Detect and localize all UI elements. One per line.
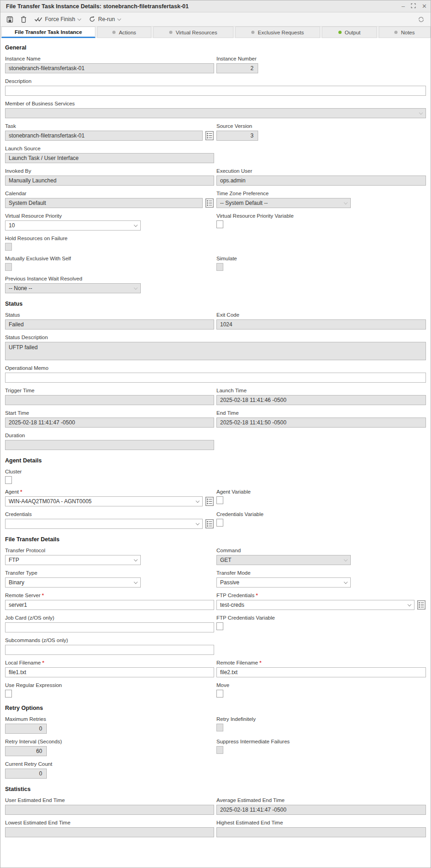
delete-button[interactable] (18, 15, 29, 24)
credentials-variable-checkbox[interactable] (216, 519, 223, 527)
field-label: Credentials Variable (216, 511, 264, 517)
use-regular-expression-checkbox[interactable] (5, 690, 12, 698)
section-file-transfer-details: File Transfer Details (5, 536, 426, 543)
tab-file-transfer-task-instance[interactable]: File Transfer Task Instance (1, 27, 95, 38)
credentials-details-button[interactable] (205, 519, 214, 529)
section-status: Status (5, 301, 426, 307)
field-label: Agent (5, 489, 19, 495)
field-label: Highest Estimated End Time (216, 819, 283, 826)
required-marker: * (20, 489, 22, 495)
agent-variable-checkbox[interactable] (216, 496, 223, 504)
field-label: Agent Variable (216, 489, 251, 495)
tab-exclusive-requests[interactable]: Exclusive Requests (235, 27, 320, 38)
chevron-down-icon (77, 16, 81, 20)
current-retry-count-field: 0 (5, 769, 47, 779)
form-content: General Instance Name stonebranch-filetr… (0, 38, 431, 837)
field-label: Status Description (5, 334, 48, 341)
command-select: GET (216, 555, 351, 565)
hold-resources-on-failure-checkbox (5, 243, 12, 251)
calendar-details-button[interactable] (205, 198, 214, 208)
task-details-button[interactable] (205, 131, 214, 141)
virtual-resource-priority-select[interactable]: 10 (5, 220, 141, 231)
calendar-field: System Default (5, 198, 203, 208)
move-checkbox[interactable] (216, 690, 223, 698)
field-label: End Time (216, 410, 239, 416)
credentials-select[interactable] (5, 519, 203, 529)
launch-time-field: 2025-02-18 11:41:46 -0500 (216, 395, 426, 405)
status-dot-icon (394, 31, 398, 34)
force-finish-button[interactable]: Force Finish (32, 15, 83, 24)
virtual-resource-priority-variable-checkbox[interactable] (216, 220, 223, 228)
tab-virtual-resources[interactable]: Virtual Resources (153, 27, 233, 38)
required-marker: * (42, 659, 44, 666)
details-list-icon (205, 519, 214, 528)
details-list-icon (417, 600, 425, 610)
field-label: Average Estimated End Time (216, 797, 285, 803)
required-marker: * (260, 659, 261, 666)
field-label: Source Version (216, 123, 252, 129)
save-button[interactable] (4, 15, 16, 24)
maximum-retries-field: 0 (5, 724, 47, 734)
local-filename-input[interactable] (5, 667, 214, 677)
execution-user-field: ops.admin (216, 176, 426, 186)
rerun-button[interactable]: Re-run (86, 15, 123, 24)
status-description-field: UFTP failed (5, 342, 426, 360)
tab-output[interactable]: Output (322, 27, 377, 38)
field-label: Duration (5, 432, 25, 439)
field-label: FTP Credentials Variable (216, 615, 275, 621)
field-label: Launch Source (5, 145, 40, 152)
operational-memo-input[interactable] (5, 373, 426, 383)
field-label: Transfer Type (5, 570, 37, 576)
job-card-input[interactable] (5, 622, 214, 632)
mutually-exclusive-with-self-checkbox (5, 263, 12, 271)
agent-details-button[interactable] (205, 496, 214, 506)
field-label: Instance Name (5, 55, 40, 62)
user-estimated-end-time-field (5, 805, 214, 815)
field-label: Move (216, 682, 229, 688)
field-label: Lowest Estimated End Time (5, 819, 71, 826)
minimize-icon[interactable]: – (402, 3, 405, 9)
field-label: Instance Number (216, 55, 257, 62)
field-label: Virtual Resource Priority Variable (216, 213, 293, 219)
agent-select[interactable]: WIN-A4AQ2TM070A - AGNT0005 (5, 496, 203, 506)
required-marker: * (256, 592, 258, 599)
status-dot-icon (112, 31, 116, 34)
instance-name-field: stonebranch-filetransfertask-01 (5, 63, 214, 73)
tab-actions[interactable]: Actions (97, 27, 151, 38)
maximize-icon[interactable] (411, 3, 416, 9)
task-instance-details-window: File Transfer Task Instance Details: sto… (0, 0, 431, 868)
ftp-credentials-select[interactable]: test-creds (216, 600, 414, 610)
field-label: Invoked By (5, 168, 31, 174)
launch-source-field: Launch Task / User Interface (5, 153, 214, 163)
double-check-icon (34, 16, 42, 22)
field-label: FTP Credentials (216, 592, 254, 599)
output-available-dot-icon (338, 31, 342, 34)
refresh-button[interactable] (415, 15, 427, 24)
status-dot-icon (251, 31, 254, 34)
tab-notes[interactable]: Notes (379, 27, 431, 38)
field-label: Member of Business Services (5, 100, 75, 107)
field-label: Remote Server (5, 592, 40, 599)
field-label: Status (5, 312, 20, 318)
transfer-type-select[interactable]: Binary (5, 577, 141, 588)
remote-filename-input[interactable] (216, 667, 426, 677)
field-label: Description (5, 78, 32, 84)
rerun-icon (89, 16, 95, 22)
remote-server-input[interactable] (5, 600, 214, 610)
ftp-credentials-variable-checkbox[interactable] (216, 622, 223, 630)
close-icon[interactable]: ✕ (422, 3, 427, 9)
transfer-protocol-select[interactable]: FTP (5, 555, 141, 565)
ftp-credentials-details-button[interactable] (417, 600, 426, 610)
field-label: Current Retry Count (5, 761, 52, 767)
suppress-intermediate-failures-checkbox (216, 746, 223, 754)
section-retry-options: Retry Options (5, 705, 426, 711)
subcommands-input[interactable] (5, 645, 214, 655)
transfer-mode-select[interactable]: Passive (216, 577, 351, 588)
retry-indefinitely-checkbox (216, 724, 223, 731)
field-label: Launch Time (216, 387, 247, 394)
cluster-checkbox[interactable] (5, 476, 12, 484)
average-estimated-end-time-field: 2025-02-18 11:41:47 -0500 (216, 805, 426, 815)
description-input[interactable] (5, 86, 426, 96)
status-dot-icon (169, 31, 172, 34)
details-list-icon (205, 497, 214, 506)
